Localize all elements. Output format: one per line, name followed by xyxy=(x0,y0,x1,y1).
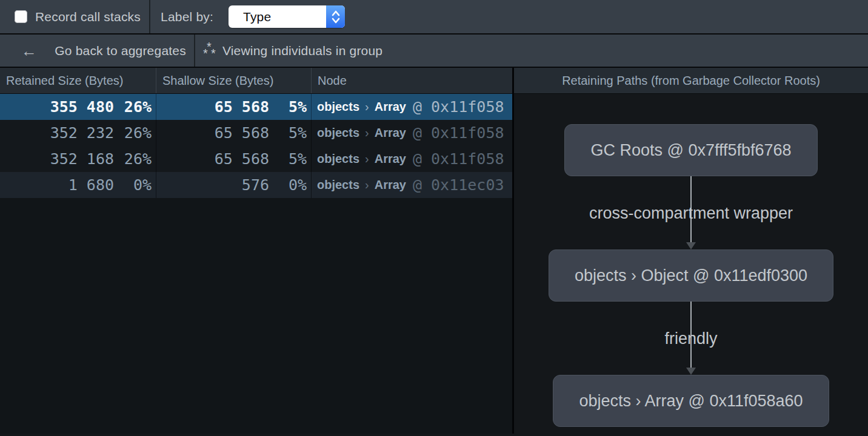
heap-table-pane: Retained Size (Bytes) Shallow Size (Byte… xyxy=(0,68,512,434)
retained-size-value: 355 480 xyxy=(50,98,114,116)
retaining-paths-title: Retaining Paths (from Garbage Collector … xyxy=(514,68,868,94)
retained-size-value: 1 680 xyxy=(68,176,114,194)
graph-node-array: objects › Array @ 0x11f058a60 xyxy=(553,375,829,427)
column-header-shallow-size[interactable]: Shallow Size (Bytes) xyxy=(156,68,312,93)
toolbar-separator xyxy=(149,0,150,33)
shallow-size-percent: 5% xyxy=(269,98,307,116)
retained-size-percent: 26% xyxy=(114,98,152,116)
viewing-individuals-label: Viewing individuals in group xyxy=(222,44,382,58)
graph-edge: cross-compartment wrapper xyxy=(514,176,868,249)
individuals-icon: * * * xyxy=(203,42,219,59)
node-group-name: objects xyxy=(317,178,359,192)
shallow-size-value: 576 xyxy=(242,176,269,194)
retained-size-percent: 26% xyxy=(114,150,152,168)
select-stepper-icon xyxy=(326,5,345,28)
retained-size-percent: 26% xyxy=(114,124,152,142)
node-group-name: objects xyxy=(317,126,359,140)
shallow-size-value: 65 568 xyxy=(215,150,269,168)
individuals-subtoolbar: ← Go back to aggregates * * * Viewing in… xyxy=(0,35,868,68)
go-back-to-aggregates-button[interactable]: Go back to aggregates xyxy=(55,44,186,58)
retaining-paths-graph: GC Roots @ 0x7fff5fbf6768 cross-compartm… xyxy=(514,94,868,434)
shallow-size-cell: 65 568 5% xyxy=(156,146,312,172)
shallow-size-cell: 65 568 5% xyxy=(156,94,312,120)
node-separator: › xyxy=(365,126,369,140)
shallow-size-cell: 65 568 5% xyxy=(156,120,312,146)
node-group-name: objects xyxy=(317,152,359,166)
edge-label: friendly xyxy=(664,329,717,348)
arrow-down-icon xyxy=(686,242,696,249)
table-row[interactable]: 352 232 26% 65 568 5% objects › Array @ … xyxy=(0,120,512,146)
label-by-select[interactable]: Type xyxy=(229,5,345,28)
node-address: @ 0x11f058 xyxy=(413,124,504,142)
toolbar-separator xyxy=(194,35,195,67)
label-by-selected-value: Type xyxy=(243,10,326,24)
retained-size-cell: 1 680 0% xyxy=(0,172,156,198)
shallow-size-value: 65 568 xyxy=(215,98,269,116)
node-cell: objects › Array @ 0x11f058 xyxy=(312,146,512,172)
graph-node-gc-roots: GC Roots @ 0x7fff5fbf6768 xyxy=(564,124,817,176)
arrow-down-icon xyxy=(686,368,696,375)
graph-edge: friendly xyxy=(514,302,868,375)
node-cell: objects › Array @ 0x11ec03 xyxy=(312,172,512,198)
node-type: Array xyxy=(375,152,406,166)
table-row[interactable]: 1 680 0% 576 0% objects › Array @ 0x11ec… xyxy=(0,172,512,198)
column-header-node[interactable]: Node xyxy=(312,68,512,93)
table-row[interactable]: 355 480 26% 65 568 5% objects › Array @ … xyxy=(0,94,512,120)
node-separator: › xyxy=(365,178,369,192)
table-row[interactable]: 352 168 26% 65 568 5% objects › Array @ … xyxy=(0,146,512,172)
node-type: Array xyxy=(375,126,406,140)
retained-size-value: 352 232 xyxy=(50,124,114,142)
graph-node-object: objects › Object @ 0x11edf0300 xyxy=(549,249,833,302)
memory-toolbar: Record call stacks Label by: Type xyxy=(0,0,868,35)
retaining-paths-pane: Retaining Paths (from Garbage Collector … xyxy=(514,68,868,434)
record-call-stacks-label: Record call stacks xyxy=(35,10,141,24)
shallow-size-percent: 0% xyxy=(269,176,307,194)
label-by-label: Label by: xyxy=(161,10,213,24)
shallow-size-percent: 5% xyxy=(269,150,307,168)
retained-size-cell: 352 168 26% xyxy=(0,146,156,172)
node-address: @ 0x11f058 xyxy=(413,150,504,168)
heap-table-rows: 355 480 26% 65 568 5% objects › Array @ … xyxy=(0,94,512,434)
retained-size-cell: 355 480 26% xyxy=(0,94,156,120)
node-group-name: objects xyxy=(317,100,359,114)
node-separator: › xyxy=(365,100,369,114)
node-type: Array xyxy=(375,178,406,192)
node-separator: › xyxy=(365,152,369,166)
shallow-size-value: 65 568 xyxy=(215,124,269,142)
record-call-stacks-checkbox[interactable] xyxy=(15,10,27,23)
retained-size-value: 352 168 xyxy=(50,150,114,168)
column-header-retained-size[interactable]: Retained Size (Bytes) xyxy=(0,68,156,93)
node-cell: objects › Array @ 0x11f058 xyxy=(312,94,512,120)
shallow-size-percent: 5% xyxy=(269,124,307,142)
node-type: Array xyxy=(375,100,406,114)
shallow-size-cell: 576 0% xyxy=(156,172,312,198)
edge-label: cross-compartment wrapper xyxy=(589,203,793,222)
node-address: @ 0x11ec03 xyxy=(413,176,504,194)
node-address: @ 0x11f058 xyxy=(413,98,504,116)
heap-table-header: Retained Size (Bytes) Shallow Size (Byte… xyxy=(0,68,512,94)
retained-size-percent: 0% xyxy=(114,176,152,194)
memory-main-split: Retained Size (Bytes) Shallow Size (Byte… xyxy=(0,68,868,434)
retained-size-cell: 352 232 26% xyxy=(0,120,156,146)
back-arrow-icon[interactable]: ← xyxy=(21,43,37,59)
node-cell: objects › Array @ 0x11f058 xyxy=(312,120,512,146)
